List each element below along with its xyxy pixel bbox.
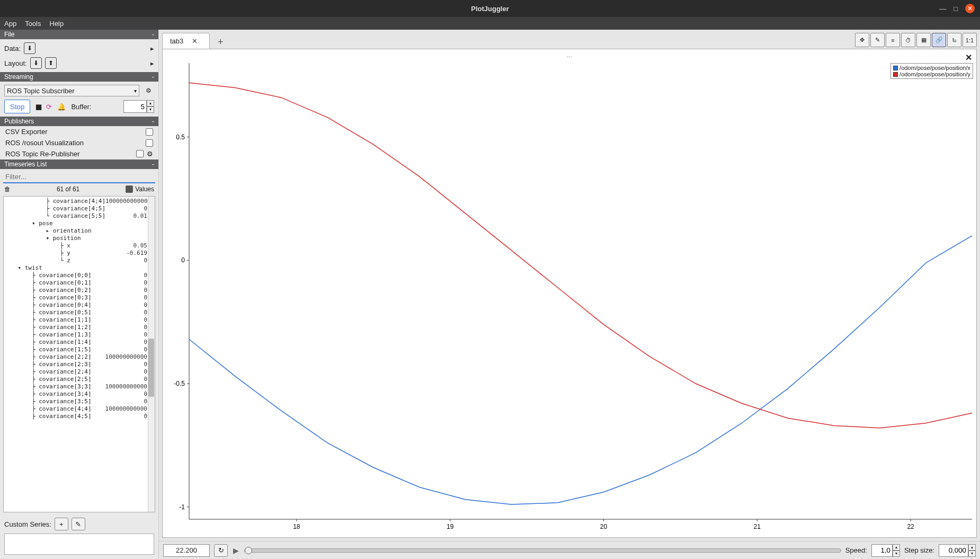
tool-edit-icon[interactable]: ✎ — [870, 33, 885, 47]
add-tab-button[interactable]: + — [213, 35, 228, 49]
chart-series — [189, 236, 972, 504]
y-tick-label: -0.5 — [174, 380, 185, 387]
tree-row[interactable]: ├ covariance[0;5]0 — [4, 309, 155, 316]
plot-toolbar: ✥ ✎ ≡ ⏱ ▦ 🔗 t₀ 1:1 — [855, 33, 977, 49]
publishers-section-header[interactable]: Publishers- — [0, 117, 158, 126]
file-section-header[interactable]: File- — [0, 30, 158, 39]
tree-row[interactable]: ▾ pose — [4, 220, 155, 227]
tree-row[interactable]: ├ covariance[4;5]0 — [4, 413, 155, 420]
tool-move-icon[interactable]: ✥ — [855, 33, 869, 47]
buffer-input[interactable] — [123, 100, 147, 113]
buffer-up[interactable]: ▴ — [147, 100, 154, 107]
layout-expand-icon[interactable] — [150, 59, 154, 67]
plot-panel[interactable]: ... ✕ /odom/pose/pose/position/x/odom/po… — [162, 49, 977, 538]
publisher-settings-icon[interactable]: ⚙ — [147, 150, 153, 158]
add-custom-series-button[interactable]: + — [55, 518, 68, 530]
publishers-header-label: Publishers — [4, 118, 34, 125]
tree-row[interactable]: ├ covariance[4;4]100000000000 — [4, 198, 155, 205]
data-label: Data: — [4, 45, 21, 52]
time-slider[interactable] — [244, 548, 841, 553]
menu-help[interactable]: Help — [50, 20, 64, 28]
streaming-settings-icon[interactable]: ⚙ — [142, 85, 154, 96]
menu-tools[interactable]: Tools — [25, 20, 41, 28]
tree-row[interactable]: ▸ orientation — [4, 227, 155, 235]
filter-input[interactable] — [3, 171, 155, 183]
buffer-down[interactable]: ▾ — [147, 107, 154, 113]
tree-row[interactable]: ├ covariance[2;5]0 — [4, 376, 155, 383]
tool-link-icon[interactable]: 🔗 — [932, 33, 946, 47]
edit-custom-series-button[interactable]: ✎ — [72, 518, 85, 530]
timeseries-tree[interactable]: ├ covariance[4;4]100000000000 ├ covarian… — [3, 196, 155, 512]
tool-grid-icon[interactable]: ▦ — [916, 33, 931, 47]
tree-row[interactable]: ├ covariance[0;3]0 — [4, 294, 155, 301]
tree-row[interactable]: ├ covariance[1;4]0 — [4, 339, 155, 346]
tool-list-icon[interactable]: ≡ — [886, 33, 900, 47]
tab-close-icon[interactable]: ✕ — [192, 37, 198, 45]
streaming-header-label: Streaming — [4, 73, 33, 81]
tree-row[interactable]: ├ covariance[1;3]0 — [4, 331, 155, 339]
publisher-checkbox[interactable] — [136, 150, 144, 157]
tree-row[interactable]: ├ covariance[0;0]0 — [4, 272, 155, 279]
x-tick-label: 19 — [447, 523, 454, 530]
tree-row[interactable]: ├ x0.05 — [4, 242, 155, 250]
tree-row[interactable]: ├ y-0.619 — [4, 250, 155, 257]
tool-time-icon[interactable]: ⏱ — [901, 33, 915, 47]
tree-row[interactable]: ├ covariance[4;5]0 — [4, 205, 155, 212]
tab-active[interactable]: tab3 ✕ — [162, 33, 210, 49]
menu-app[interactable]: App — [4, 20, 16, 28]
x-tick-label: 18 — [293, 523, 300, 530]
tree-row[interactable]: ├ covariance[1;5]0 — [4, 346, 155, 353]
tree-row[interactable]: ├ covariance[2;2]100000000000 — [4, 353, 155, 361]
speed-input[interactable] — [871, 544, 893, 557]
minimize-icon[interactable]: — — [939, 5, 946, 13]
tree-row[interactable]: ├ covariance[1;2]0 — [4, 324, 155, 331]
tree-row[interactable]: ▾ position — [4, 235, 155, 242]
stop-button[interactable]: Stop — [4, 100, 30, 113]
timeseries-count: 61 of 61 — [57, 185, 79, 193]
tree-row[interactable]: ├ covariance[2;3]0 — [4, 361, 155, 368]
tree-row[interactable]: ├ covariance[4;4]100000000000 — [4, 405, 155, 413]
step-input[interactable] — [939, 544, 968, 557]
tool-ratio-icon[interactable]: 1:1 — [963, 33, 977, 47]
trash-icon[interactable]: 🗑 — [4, 185, 11, 193]
publisher-row: CSV Exporter — [0, 126, 158, 137]
custom-series-label: Custom Series: — [4, 520, 51, 528]
load-data-icon[interactable]: ⬇ — [24, 42, 35, 54]
publisher-checkbox[interactable] — [146, 139, 153, 147]
loop-icon[interactable]: ↻ — [214, 544, 228, 557]
tool-t0-icon[interactable]: t₀ — [947, 33, 961, 47]
play-icon[interactable]: ▶ — [232, 546, 240, 555]
file-header-label: File — [4, 31, 14, 38]
tree-row[interactable]: ├ covariance[0;2]0 — [4, 287, 155, 294]
tree-row[interactable]: ▾ twist — [4, 264, 155, 272]
tree-scrollbar[interactable] — [148, 197, 155, 512]
tree-row[interactable]: ├ covariance[1;1]0 — [4, 316, 155, 324]
clear-icon[interactable]: ⟳ — [46, 103, 52, 111]
current-time[interactable]: 22.200 — [163, 544, 210, 557]
tree-row[interactable]: ├ covariance[0;4]0 — [4, 301, 155, 309]
playback-bar: 22.200 ↻ ▶ Speed: ▴▾ Step size: ▴▾ — [159, 541, 980, 559]
tree-row[interactable]: ├ covariance[3;5]0 — [4, 398, 155, 405]
tree-row[interactable]: ├ covariance[2;4]0 — [4, 368, 155, 376]
tree-row[interactable]: ├ covariance[3;4]0 — [4, 391, 155, 398]
maximize-icon[interactable]: □ — [954, 5, 958, 13]
slider-knob[interactable] — [245, 547, 252, 554]
custom-series-list[interactable] — [4, 534, 154, 555]
timeseries-section-header[interactable]: Timeseries List- — [0, 159, 158, 169]
notify-icon[interactable]: 🔔 — [57, 103, 66, 111]
data-expand-icon[interactable] — [150, 45, 154, 52]
tree-row[interactable]: ├ covariance[0;1]0 — [4, 279, 155, 287]
save-layout-icon[interactable]: ⬆ — [45, 57, 57, 69]
pause-icon[interactable]: ▮▮ — [35, 103, 41, 111]
publisher-checkbox[interactable] — [146, 128, 153, 136]
load-layout-icon[interactable]: ⬇ — [30, 57, 42, 69]
streaming-section-header[interactable]: Streaming- — [0, 72, 158, 82]
tree-row[interactable]: └ z0 — [4, 257, 155, 264]
tree-row[interactable]: ├ covariance[3;3]100000000000 — [4, 383, 155, 391]
close-icon[interactable]: ✕ — [965, 4, 975, 13]
tree-row[interactable]: └ covariance[5;5]0.01 — [4, 212, 155, 220]
step-label: Step size: — [904, 546, 934, 554]
streaming-source-select[interactable]: ROS Topic Subscriber▾ — [4, 85, 139, 96]
values-checkbox[interactable] — [126, 185, 133, 193]
main-area: tab3 ✕ + ✥ ✎ ≡ ⏱ ▦ 🔗 t₀ 1:1 ... ✕ /odom/… — [159, 30, 980, 559]
